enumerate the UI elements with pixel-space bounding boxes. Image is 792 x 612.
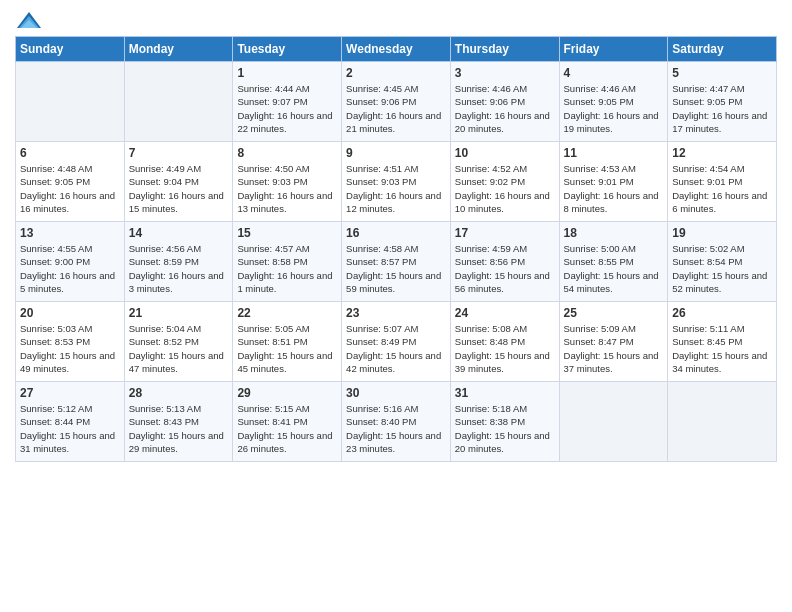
day-number: 21 [129, 306, 229, 320]
day-info: Sunrise: 4:57 AM Sunset: 8:58 PM Dayligh… [237, 242, 337, 295]
day-cell: 26Sunrise: 5:11 AM Sunset: 8:45 PM Dayli… [668, 302, 777, 382]
day-cell [124, 62, 233, 142]
day-cell: 11Sunrise: 4:53 AM Sunset: 9:01 PM Dayli… [559, 142, 668, 222]
day-cell: 31Sunrise: 5:18 AM Sunset: 8:38 PM Dayli… [450, 382, 559, 462]
day-cell: 19Sunrise: 5:02 AM Sunset: 8:54 PM Dayli… [668, 222, 777, 302]
day-number: 2 [346, 66, 446, 80]
day-cell: 20Sunrise: 5:03 AM Sunset: 8:53 PM Dayli… [16, 302, 125, 382]
day-number: 27 [20, 386, 120, 400]
day-info: Sunrise: 4:56 AM Sunset: 8:59 PM Dayligh… [129, 242, 229, 295]
day-number: 6 [20, 146, 120, 160]
day-info: Sunrise: 5:16 AM Sunset: 8:40 PM Dayligh… [346, 402, 446, 455]
day-info: Sunrise: 5:05 AM Sunset: 8:51 PM Dayligh… [237, 322, 337, 375]
day-info: Sunrise: 4:46 AM Sunset: 9:06 PM Dayligh… [455, 82, 555, 135]
day-number: 17 [455, 226, 555, 240]
day-number: 31 [455, 386, 555, 400]
day-number: 8 [237, 146, 337, 160]
header-cell-monday: Monday [124, 37, 233, 62]
day-number: 11 [564, 146, 664, 160]
day-number: 7 [129, 146, 229, 160]
day-cell: 23Sunrise: 5:07 AM Sunset: 8:49 PM Dayli… [342, 302, 451, 382]
day-cell: 16Sunrise: 4:58 AM Sunset: 8:57 PM Dayli… [342, 222, 451, 302]
day-cell: 30Sunrise: 5:16 AM Sunset: 8:40 PM Dayli… [342, 382, 451, 462]
day-info: Sunrise: 4:44 AM Sunset: 9:07 PM Dayligh… [237, 82, 337, 135]
day-info: Sunrise: 4:54 AM Sunset: 9:01 PM Dayligh… [672, 162, 772, 215]
day-number: 14 [129, 226, 229, 240]
day-cell [559, 382, 668, 462]
header [15, 10, 777, 32]
day-cell: 14Sunrise: 4:56 AM Sunset: 8:59 PM Dayli… [124, 222, 233, 302]
day-cell: 28Sunrise: 5:13 AM Sunset: 8:43 PM Dayli… [124, 382, 233, 462]
day-cell: 1Sunrise: 4:44 AM Sunset: 9:07 PM Daylig… [233, 62, 342, 142]
day-number: 10 [455, 146, 555, 160]
day-cell: 25Sunrise: 5:09 AM Sunset: 8:47 PM Dayli… [559, 302, 668, 382]
day-cell [16, 62, 125, 142]
day-number: 4 [564, 66, 664, 80]
day-info: Sunrise: 4:49 AM Sunset: 9:04 PM Dayligh… [129, 162, 229, 215]
day-cell [668, 382, 777, 462]
calendar-body: 1Sunrise: 4:44 AM Sunset: 9:07 PM Daylig… [16, 62, 777, 462]
day-number: 12 [672, 146, 772, 160]
day-info: Sunrise: 4:47 AM Sunset: 9:05 PM Dayligh… [672, 82, 772, 135]
day-cell: 9Sunrise: 4:51 AM Sunset: 9:03 PM Daylig… [342, 142, 451, 222]
day-info: Sunrise: 5:07 AM Sunset: 8:49 PM Dayligh… [346, 322, 446, 375]
day-number: 19 [672, 226, 772, 240]
day-number: 30 [346, 386, 446, 400]
day-number: 5 [672, 66, 772, 80]
day-info: Sunrise: 5:13 AM Sunset: 8:43 PM Dayligh… [129, 402, 229, 455]
day-cell: 3Sunrise: 4:46 AM Sunset: 9:06 PM Daylig… [450, 62, 559, 142]
week-row-2: 6Sunrise: 4:48 AM Sunset: 9:05 PM Daylig… [16, 142, 777, 222]
day-info: Sunrise: 4:51 AM Sunset: 9:03 PM Dayligh… [346, 162, 446, 215]
header-cell-wednesday: Wednesday [342, 37, 451, 62]
day-number: 20 [20, 306, 120, 320]
day-cell: 15Sunrise: 4:57 AM Sunset: 8:58 PM Dayli… [233, 222, 342, 302]
header-row: SundayMondayTuesdayWednesdayThursdayFrid… [16, 37, 777, 62]
day-number: 26 [672, 306, 772, 320]
day-number: 13 [20, 226, 120, 240]
header-cell-saturday: Saturday [668, 37, 777, 62]
day-number: 16 [346, 226, 446, 240]
day-info: Sunrise: 5:00 AM Sunset: 8:55 PM Dayligh… [564, 242, 664, 295]
day-cell: 4Sunrise: 4:46 AM Sunset: 9:05 PM Daylig… [559, 62, 668, 142]
day-number: 22 [237, 306, 337, 320]
day-info: Sunrise: 4:45 AM Sunset: 9:06 PM Dayligh… [346, 82, 446, 135]
day-info: Sunrise: 5:04 AM Sunset: 8:52 PM Dayligh… [129, 322, 229, 375]
day-info: Sunrise: 5:15 AM Sunset: 8:41 PM Dayligh… [237, 402, 337, 455]
day-info: Sunrise: 5:09 AM Sunset: 8:47 PM Dayligh… [564, 322, 664, 375]
calendar-table: SundayMondayTuesdayWednesdayThursdayFrid… [15, 36, 777, 462]
day-cell: 17Sunrise: 4:59 AM Sunset: 8:56 PM Dayli… [450, 222, 559, 302]
day-cell: 21Sunrise: 5:04 AM Sunset: 8:52 PM Dayli… [124, 302, 233, 382]
day-info: Sunrise: 5:12 AM Sunset: 8:44 PM Dayligh… [20, 402, 120, 455]
day-cell: 13Sunrise: 4:55 AM Sunset: 9:00 PM Dayli… [16, 222, 125, 302]
day-number: 29 [237, 386, 337, 400]
week-row-3: 13Sunrise: 4:55 AM Sunset: 9:00 PM Dayli… [16, 222, 777, 302]
day-info: Sunrise: 5:11 AM Sunset: 8:45 PM Dayligh… [672, 322, 772, 375]
day-info: Sunrise: 5:03 AM Sunset: 8:53 PM Dayligh… [20, 322, 120, 375]
day-number: 28 [129, 386, 229, 400]
week-row-1: 1Sunrise: 4:44 AM Sunset: 9:07 PM Daylig… [16, 62, 777, 142]
day-number: 9 [346, 146, 446, 160]
day-info: Sunrise: 4:52 AM Sunset: 9:02 PM Dayligh… [455, 162, 555, 215]
day-info: Sunrise: 5:08 AM Sunset: 8:48 PM Dayligh… [455, 322, 555, 375]
day-info: Sunrise: 4:55 AM Sunset: 9:00 PM Dayligh… [20, 242, 120, 295]
day-cell: 8Sunrise: 4:50 AM Sunset: 9:03 PM Daylig… [233, 142, 342, 222]
day-cell: 7Sunrise: 4:49 AM Sunset: 9:04 PM Daylig… [124, 142, 233, 222]
day-number: 1 [237, 66, 337, 80]
day-cell: 18Sunrise: 5:00 AM Sunset: 8:55 PM Dayli… [559, 222, 668, 302]
day-number: 18 [564, 226, 664, 240]
day-cell: 10Sunrise: 4:52 AM Sunset: 9:02 PM Dayli… [450, 142, 559, 222]
logo [15, 10, 47, 32]
day-info: Sunrise: 4:46 AM Sunset: 9:05 PM Dayligh… [564, 82, 664, 135]
calendar-header: SundayMondayTuesdayWednesdayThursdayFrid… [16, 37, 777, 62]
week-row-5: 27Sunrise: 5:12 AM Sunset: 8:44 PM Dayli… [16, 382, 777, 462]
day-cell: 2Sunrise: 4:45 AM Sunset: 9:06 PM Daylig… [342, 62, 451, 142]
day-number: 15 [237, 226, 337, 240]
day-info: Sunrise: 4:58 AM Sunset: 8:57 PM Dayligh… [346, 242, 446, 295]
header-cell-friday: Friday [559, 37, 668, 62]
week-row-4: 20Sunrise: 5:03 AM Sunset: 8:53 PM Dayli… [16, 302, 777, 382]
day-cell: 29Sunrise: 5:15 AM Sunset: 8:41 PM Dayli… [233, 382, 342, 462]
day-info: Sunrise: 4:59 AM Sunset: 8:56 PM Dayligh… [455, 242, 555, 295]
day-cell: 24Sunrise: 5:08 AM Sunset: 8:48 PM Dayli… [450, 302, 559, 382]
header-cell-thursday: Thursday [450, 37, 559, 62]
day-number: 24 [455, 306, 555, 320]
